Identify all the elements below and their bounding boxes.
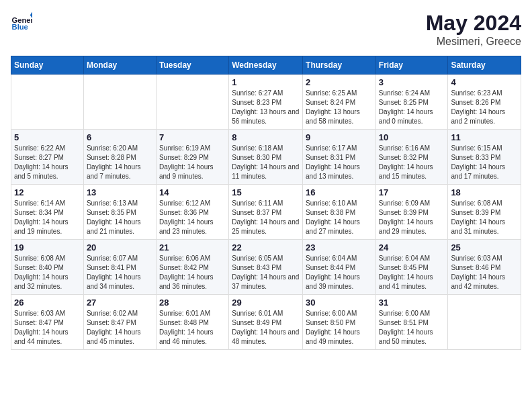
weekday-header: Tuesday [156, 56, 228, 75]
calendar-cell: 5Sunrise: 6:22 AMSunset: 8:27 PMDaylight… [11, 130, 84, 185]
calendar-cell: 11Sunrise: 6:15 AMSunset: 8:33 PMDayligh… [448, 130, 521, 185]
weekday-header: Thursday [303, 56, 376, 75]
day-info: Sunrise: 6:03 AMSunset: 8:46 PMDaylight:… [451, 254, 518, 291]
calendar-cell: 31Sunrise: 6:00 AMSunset: 8:51 PMDayligh… [375, 295, 448, 350]
calendar-cell: 25Sunrise: 6:03 AMSunset: 8:46 PMDayligh… [448, 240, 521, 295]
weekday-header: Sunday [11, 56, 84, 75]
day-info: Sunrise: 6:07 AMSunset: 8:41 PMDaylight:… [87, 254, 153, 291]
calendar-cell: 22Sunrise: 6:05 AMSunset: 8:43 PMDayligh… [229, 240, 303, 295]
calendar-cell: 9Sunrise: 6:17 AMSunset: 8:31 PMDaylight… [303, 130, 376, 185]
calendar-cell: 18Sunrise: 6:08 AMSunset: 8:39 PMDayligh… [448, 185, 521, 240]
day-number: 14 [159, 187, 226, 197]
calendar-cell: 19Sunrise: 6:08 AMSunset: 8:40 PMDayligh… [11, 240, 84, 295]
day-info: Sunrise: 6:12 AMSunset: 8:36 PMDaylight:… [159, 199, 226, 236]
calendar-cell: 20Sunrise: 6:07 AMSunset: 8:41 PMDayligh… [83, 240, 156, 295]
day-info: Sunrise: 6:01 AMSunset: 8:48 PMDaylight:… [159, 309, 226, 347]
day-info: Sunrise: 6:11 AMSunset: 8:37 PMDaylight:… [232, 199, 300, 236]
calendar-cell: 28Sunrise: 6:01 AMSunset: 8:48 PMDayligh… [156, 295, 228, 350]
calendar-cell: 27Sunrise: 6:02 AMSunset: 8:47 PMDayligh… [83, 295, 156, 350]
day-number: 8 [232, 132, 300, 142]
day-number: 17 [379, 187, 445, 197]
day-info: Sunrise: 6:02 AMSunset: 8:47 PMDaylight:… [87, 309, 153, 347]
day-number: 31 [379, 298, 445, 308]
logo: General Blue [11, 11, 32, 32]
day-number: 12 [14, 187, 81, 197]
calendar-cell: 21Sunrise: 6:06 AMSunset: 8:42 PMDayligh… [156, 240, 228, 295]
day-info: Sunrise: 6:08 AMSunset: 8:40 PMDaylight:… [14, 254, 81, 291]
day-info: Sunrise: 6:10 AMSunset: 8:38 PMDaylight:… [306, 199, 373, 236]
day-info: Sunrise: 6:14 AMSunset: 8:34 PMDaylight:… [14, 199, 81, 236]
day-info: Sunrise: 6:04 AMSunset: 8:45 PMDaylight:… [379, 254, 445, 291]
calendar-week-row: 12Sunrise: 6:14 AMSunset: 8:34 PMDayligh… [11, 185, 521, 240]
day-number: 21 [159, 242, 226, 253]
day-number: 10 [379, 132, 445, 142]
day-info: Sunrise: 6:04 AMSunset: 8:44 PMDaylight:… [306, 254, 373, 291]
day-number: 19 [14, 242, 81, 253]
day-info: Sunrise: 6:00 AMSunset: 8:50 PMDaylight:… [306, 309, 373, 347]
calendar-cell: 14Sunrise: 6:12 AMSunset: 8:36 PMDayligh… [156, 185, 228, 240]
calendar-cell: 1Sunrise: 6:27 AMSunset: 8:23 PMDaylight… [229, 75, 303, 130]
day-number: 24 [379, 242, 445, 253]
day-number: 23 [306, 242, 373, 253]
calendar-cell: 24Sunrise: 6:04 AMSunset: 8:45 PMDayligh… [375, 240, 448, 295]
calendar-cell: 29Sunrise: 6:01 AMSunset: 8:49 PMDayligh… [229, 295, 303, 350]
calendar-cell: 17Sunrise: 6:09 AMSunset: 8:39 PMDayligh… [375, 185, 448, 240]
day-number: 11 [451, 132, 518, 142]
day-info: Sunrise: 6:24 AMSunset: 8:25 PMDaylight:… [379, 89, 445, 126]
weekday-header: Monday [83, 56, 156, 75]
day-number: 30 [306, 298, 373, 308]
day-number: 9 [306, 132, 373, 142]
weekday-header: Friday [375, 56, 448, 75]
day-info: Sunrise: 6:08 AMSunset: 8:39 PMDaylight:… [451, 199, 518, 236]
day-info: Sunrise: 6:19 AMSunset: 8:29 PMDaylight:… [159, 144, 226, 181]
day-number: 1 [232, 77, 300, 87]
day-number: 13 [87, 187, 153, 197]
day-info: Sunrise: 6:01 AMSunset: 8:49 PMDaylight:… [232, 309, 300, 347]
day-number: 16 [306, 187, 373, 197]
calendar-cell: 15Sunrise: 6:11 AMSunset: 8:37 PMDayligh… [229, 185, 303, 240]
day-info: Sunrise: 6:15 AMSunset: 8:33 PMDaylight:… [451, 144, 518, 181]
day-number: 27 [87, 298, 153, 308]
day-info: Sunrise: 6:27 AMSunset: 8:23 PMDaylight:… [232, 89, 300, 126]
day-info: Sunrise: 6:06 AMSunset: 8:42 PMDaylight:… [159, 254, 226, 291]
calendar-week-row: 19Sunrise: 6:08 AMSunset: 8:40 PMDayligh… [11, 240, 521, 295]
title-area: May 2024 Mesimeri, Greece [426, 11, 521, 48]
day-info: Sunrise: 6:13 AMSunset: 8:35 PMDaylight:… [87, 199, 153, 236]
calendar-table: SundayMondayTuesdayWednesdayThursdayFrid… [11, 56, 521, 350]
day-number: 28 [159, 298, 226, 308]
day-number: 6 [87, 132, 153, 142]
calendar-cell: 7Sunrise: 6:19 AMSunset: 8:29 PMDaylight… [156, 130, 228, 185]
calendar-cell: 23Sunrise: 6:04 AMSunset: 8:44 PMDayligh… [303, 240, 376, 295]
calendar-week-row: 26Sunrise: 6:03 AMSunset: 8:47 PMDayligh… [11, 295, 521, 350]
day-info: Sunrise: 6:22 AMSunset: 8:27 PMDaylight:… [14, 144, 81, 181]
svg-text:Blue: Blue [12, 23, 28, 31]
weekday-header: Saturday [448, 56, 521, 75]
day-info: Sunrise: 6:03 AMSunset: 8:47 PMDaylight:… [14, 309, 81, 347]
day-info: Sunrise: 6:05 AMSunset: 8:43 PMDaylight:… [232, 254, 300, 291]
calendar-cell: 16Sunrise: 6:10 AMSunset: 8:38 PMDayligh… [303, 185, 376, 240]
weekday-header-row: SundayMondayTuesdayWednesdayThursdayFrid… [11, 56, 521, 75]
day-number: 2 [306, 77, 373, 87]
day-info: Sunrise: 6:00 AMSunset: 8:51 PMDaylight:… [379, 309, 445, 347]
calendar-week-row: 1Sunrise: 6:27 AMSunset: 8:23 PMDaylight… [11, 75, 521, 130]
logo-icon: General Blue [11, 11, 32, 32]
day-number: 18 [451, 187, 518, 197]
day-info: Sunrise: 6:18 AMSunset: 8:30 PMDaylight:… [232, 144, 300, 181]
calendar-cell: 10Sunrise: 6:16 AMSunset: 8:32 PMDayligh… [375, 130, 448, 185]
calendar-cell: 4Sunrise: 6:23 AMSunset: 8:26 PMDaylight… [448, 75, 521, 130]
day-info: Sunrise: 6:09 AMSunset: 8:39 PMDaylight:… [379, 199, 445, 236]
day-number: 4 [451, 77, 518, 87]
calendar-cell: 6Sunrise: 6:20 AMSunset: 8:28 PMDaylight… [83, 130, 156, 185]
weekday-header: Wednesday [229, 56, 303, 75]
calendar-cell: 3Sunrise: 6:24 AMSunset: 8:25 PMDaylight… [375, 75, 448, 130]
calendar-cell [156, 75, 228, 130]
day-number: 3 [379, 77, 445, 87]
day-info: Sunrise: 6:20 AMSunset: 8:28 PMDaylight:… [87, 144, 153, 181]
calendar-cell [448, 295, 521, 350]
day-number: 29 [232, 298, 300, 308]
day-info: Sunrise: 6:23 AMSunset: 8:26 PMDaylight:… [451, 89, 518, 126]
day-number: 7 [159, 132, 226, 142]
day-number: 20 [87, 242, 153, 253]
month-title: May 2024 [426, 11, 521, 36]
location: Mesimeri, Greece [426, 36, 521, 48]
